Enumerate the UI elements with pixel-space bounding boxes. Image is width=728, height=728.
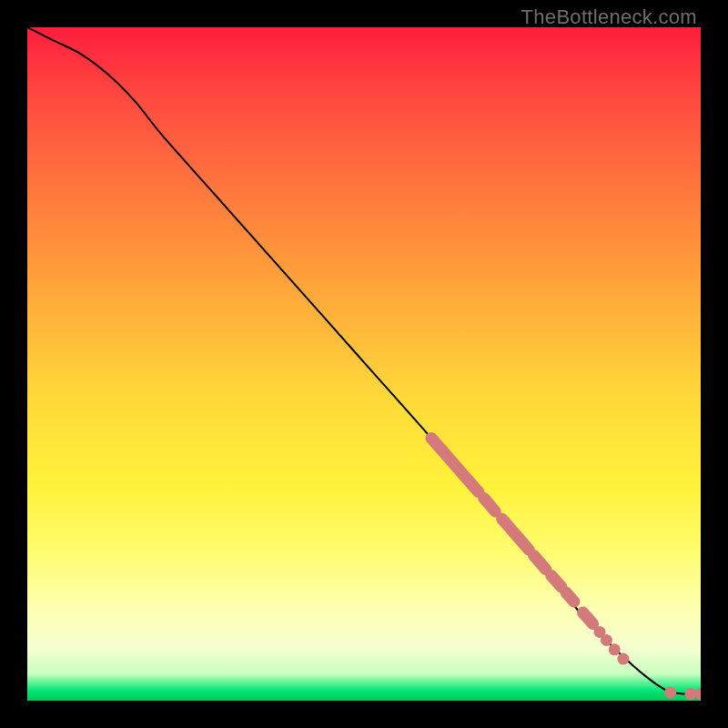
highlight-segment (534, 555, 546, 570)
highlight-point (664, 687, 676, 699)
chart-stage: TheBottleneck.com (0, 0, 728, 728)
highlight-segment (566, 592, 574, 602)
highlight-segment (551, 575, 561, 587)
highlight-segment (431, 438, 479, 491)
highlight-points (594, 626, 702, 700)
highlight-segment (502, 519, 530, 550)
highlight-point (695, 688, 702, 700)
curve-line (27, 27, 701, 694)
highlight-point (617, 653, 629, 665)
highlight-segment (484, 498, 496, 511)
watermark-text: TheBottleneck.com (521, 5, 697, 29)
highlight-point (609, 643, 621, 655)
highlight-segment (583, 612, 593, 624)
chart-overlay (27, 27, 701, 701)
highlight-segments (431, 438, 593, 623)
plot-area (27, 27, 701, 701)
highlight-point (601, 634, 612, 646)
highlight-point (684, 688, 696, 700)
